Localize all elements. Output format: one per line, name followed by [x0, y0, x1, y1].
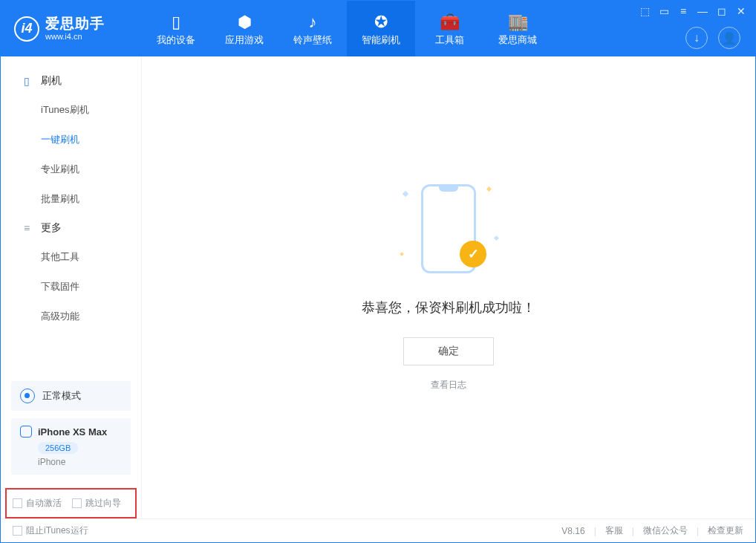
sidebar-content: ▯ 刷机 iTunes刷机 一键刷机 专业刷机 批量刷机 ≡ 更多 其他工具 下…: [1, 56, 141, 372]
app-body: ▯ 刷机 iTunes刷机 一键刷机 专业刷机 批量刷机 ≡ 更多 其他工具 下…: [1, 56, 755, 518]
close-icon[interactable]: ✕: [734, 5, 748, 17]
logo-text: 爱思助手 www.i4.cn: [45, 16, 105, 41]
download-icon: ↓: [694, 31, 700, 45]
phone-icon: ▯: [20, 75, 33, 87]
maximize-icon[interactable]: ◻: [715, 5, 729, 17]
app-header: i4 爱思助手 www.i4.cn ▯ 我的设备 ⬢ 应用游戏 ♪ 铃声壁纸 ✪…: [1, 1, 755, 56]
nav-my-device[interactable]: ▯ 我的设备: [142, 1, 210, 56]
sidebar-item-itunes-flash[interactable]: iTunes刷机: [1, 95, 141, 125]
skip-guide-label: 跳过向导: [85, 497, 121, 510]
feedback-icon[interactable]: ▭: [657, 5, 671, 17]
menu-icon[interactable]: ≡: [677, 5, 690, 17]
sidebar-item-oneclick-flash[interactable]: 一键刷机: [1, 125, 141, 155]
music-icon: ♪: [309, 11, 317, 33]
sidebar-cat-more-label: 更多: [41, 221, 62, 235]
checkbox-icon: [13, 526, 22, 536]
phone-outline-icon: [20, 426, 32, 438]
checkbox-block-itunes[interactable]: 阻止iTunes运行: [13, 524, 88, 537]
window-controls: ⬚ ▭ ≡ — ◻ ✕: [638, 5, 748, 17]
device-type: iPhone: [38, 457, 122, 467]
view-log-link[interactable]: 查看日志: [431, 379, 466, 391]
nav-smart-flash[interactable]: ✪ 智能刷机: [347, 1, 415, 56]
device-icon: ▯: [172, 11, 180, 33]
checkbox-icon: [13, 498, 22, 508]
sparkle-icon: [400, 252, 404, 256]
auto-activate-label: 自动激活: [26, 497, 62, 510]
top-nav: ▯ 我的设备 ⬢ 应用游戏 ♪ 铃声壁纸 ✪ 智能刷机 🧰 工具箱 🏬 爱思商城: [142, 1, 552, 56]
checkbox-icon: [72, 498, 82, 508]
sparkle-icon: [494, 235, 499, 240]
sidebar-cat-flash: ▯ 刷机: [1, 67, 141, 95]
cube-icon: ⬢: [238, 11, 252, 33]
device-capacity: 256GB: [38, 442, 78, 454]
logo: i4 爱思助手 www.i4.cn: [1, 1, 142, 56]
checkbox-skip-guide[interactable]: 跳过向导: [72, 497, 121, 510]
sparkle-icon: [486, 186, 492, 191]
shirt-icon[interactable]: ⬚: [638, 5, 651, 17]
sidebar-item-batch-flash[interactable]: 批量刷机: [1, 184, 141, 214]
success-message: 恭喜您，保资料刷机成功啦！: [362, 299, 535, 316]
main-area: ✓ 恭喜您，保资料刷机成功啦！ 确定 查看日志: [142, 56, 755, 518]
sidebar-item-other-tools[interactable]: 其他工具: [1, 242, 141, 272]
device-panel: 正常模式 iPhone XS Max 256GB iPhone: [1, 372, 141, 488]
device-name: iPhone XS Max: [38, 426, 107, 438]
device-card[interactable]: iPhone XS Max 256GB iPhone: [11, 418, 131, 475]
app-window: i4 爱思助手 www.i4.cn ▯ 我的设备 ⬢ 应用游戏 ♪ 铃声壁纸 ✪…: [0, 0, 756, 543]
header-right-icons: ↓ 👤: [685, 27, 740, 49]
footer-link-check-update[interactable]: 检查更新: [708, 524, 743, 537]
footer-link-support[interactable]: 客服: [605, 524, 623, 537]
user-icon: 👤: [722, 31, 737, 45]
nav-store[interactable]: 🏬 爱思商城: [483, 1, 552, 56]
block-itunes-label: 阻止iTunes运行: [26, 524, 88, 537]
sidebar-item-pro-flash[interactable]: 专业刷机: [1, 155, 141, 184]
toolbox-icon: 🧰: [440, 11, 460, 33]
success-illustration: ✓: [400, 184, 497, 281]
footer-link-wechat[interactable]: 微信公众号: [643, 524, 688, 537]
sidebar-cat-flash-label: 刷机: [41, 74, 62, 88]
download-button[interactable]: ↓: [685, 27, 708, 49]
version-label: V8.16: [561, 526, 584, 536]
nav-apps-games[interactable]: ⬢ 应用游戏: [210, 1, 278, 56]
sidebar-item-advanced[interactable]: 高级功能: [1, 302, 141, 331]
sidebar-cat-more: ≡ 更多: [1, 214, 141, 242]
account-button[interactable]: 👤: [718, 27, 740, 49]
app-title-en: www.i4.cn: [45, 32, 105, 41]
sidebar: ▯ 刷机 iTunes刷机 一键刷机 专业刷机 批量刷机 ≡ 更多 其他工具 下…: [1, 56, 142, 518]
list-icon: ≡: [20, 222, 33, 234]
highlight-box: 自动激活 跳过向导: [5, 488, 137, 518]
store-icon: 🏬: [508, 11, 528, 33]
nav-toolbox[interactable]: 🧰 工具箱: [415, 1, 483, 56]
app-footer: 阻止iTunes运行 V8.16 | 客服 | 微信公众号 | 检查更新: [1, 518, 755, 542]
ok-button[interactable]: 确定: [403, 337, 494, 365]
app-title-cn: 爱思助手: [45, 16, 105, 32]
minimize-icon[interactable]: —: [696, 5, 709, 17]
status-dot-icon: [20, 388, 35, 403]
shield-icon: ✪: [374, 11, 388, 33]
checkbox-auto-activate[interactable]: 自动激活: [13, 497, 62, 510]
check-badge-icon: ✓: [460, 241, 486, 267]
device-status-card[interactable]: 正常模式: [11, 381, 131, 411]
logo-icon: i4: [14, 16, 39, 42]
nav-ringtone-wallpaper[interactable]: ♪ 铃声壁纸: [278, 1, 347, 56]
sidebar-item-download-firmware[interactable]: 下载固件: [1, 272, 141, 302]
sparkle-icon: [403, 190, 408, 196]
device-status-label: 正常模式: [42, 389, 81, 403]
